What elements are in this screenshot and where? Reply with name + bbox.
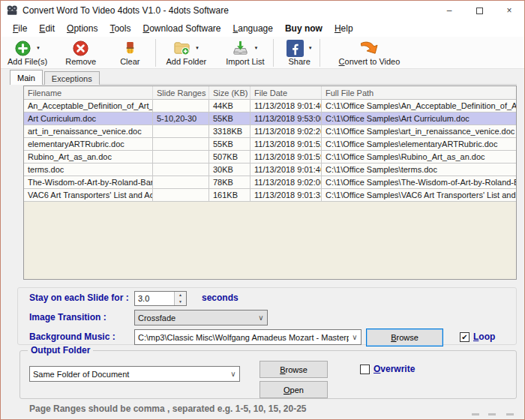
add-files-dropdown-icon[interactable]: ▼ [36,46,40,50]
file-list-panel: Filename Slide Ranges Size (KB) File Dat… [23,86,517,280]
loop-checkbox-row: ✔ Loop [460,332,495,342]
menu-bar: File Edit Options Tools Download Softwar… [1,20,524,37]
column-header-filename[interactable]: Filename [24,86,153,100]
music-browse-button[interactable]: Browse [366,328,443,346]
tab-strip: Main Exceptions [10,70,101,85]
cell-slide-ranges: 5-10,20-30 [153,112,209,125]
table-row[interactable]: art_in_renaissance_venice.doc3318KB11/13… [24,125,516,138]
background-music-combo[interactable]: C:\mp3\Classic Misc\Wolfgang Amadeus Moz… [134,329,362,345]
toolbar-separator [273,39,274,67]
cell-path: C:\1\Office Samples\art_in_renaissance_v… [322,125,516,138]
loop-checkbox[interactable]: ✔ [460,332,470,342]
cell-path: C:\1\Office Samples\Rubino_Art_as_an.doc [322,151,516,164]
convert-to-video-button[interactable]: Convert to Video [335,38,404,68]
menu-download-software[interactable]: Download Software [136,21,226,36]
close-button[interactable]: × [494,1,524,20]
cell-slide-ranges [153,189,209,202]
slide-duration-spinner[interactable]: 3.0 ▲ ▼ [134,291,187,306]
add-folder-icon [173,40,190,57]
chevron-down-icon: ∨ [349,333,361,341]
cell-filename: An_Acceptable_Definition_of_Art_Schol.do… [24,100,153,112]
import-list-dropdown-icon[interactable]: ▼ [254,46,258,50]
remove-icon [72,40,89,57]
clear-brush-icon [122,40,139,57]
cell-size: 161KB [209,189,250,202]
table-body: An_Acceptable_Definition_of_Art_Schol.do… [24,100,516,202]
resize-grip-dash [472,413,479,416]
status-hint: Page Ranges should be comma , separated … [29,404,307,414]
cell-slide-ranges [153,100,209,112]
overwrite-label: Overwrite [374,364,415,374]
table-row[interactable]: terms.doc30KB11/13/2018 9:01:46 AMC:\1\O… [24,164,516,176]
column-header-size[interactable]: Size (KB) [209,86,250,100]
import-list-icon [232,40,249,57]
spin-up-icon[interactable]: ▲ [175,292,186,298]
add-files-button[interactable]: ▼ Add File(s) [4,38,51,68]
menu-edit[interactable]: Edit [33,21,61,36]
menu-options[interactable]: Options [61,21,104,36]
maximize-button[interactable] [464,1,494,20]
menu-help[interactable]: Help [328,21,359,36]
background-music-label: Background Music : [29,332,116,342]
cell-path: C:\1\Office Samples\terms.doc [322,164,516,176]
add-icon [14,40,32,57]
add-folder-button[interactable]: ▼ Add Folder [162,38,210,68]
menu-language[interactable]: Language [227,21,279,36]
maximize-icon [476,8,483,14]
table-row[interactable]: An_Acceptable_Definition_of_Art_Schol.do… [24,100,516,112]
cell-size: 78KB [209,176,250,189]
toolbar-separator [155,39,156,67]
table-row[interactable]: elementaryARTRubric.doc55KB11/13/2018 9:… [24,138,516,151]
window-title: Convert Word To Video 4dots V1.0 - 4dots… [22,5,229,16]
cell-date: 11/13/2018 9:01:59 AM [250,151,322,164]
output-browse-button[interactable]: Browse [260,361,328,378]
cell-size: 3318KB [209,125,250,138]
column-header-full-path[interactable]: Full File Path [322,86,516,100]
table-row[interactable]: VAC6 Art Transporters' List and Advice.d… [24,189,516,202]
tab-exceptions[interactable]: Exceptions [44,71,100,85]
convert-arrow-icon [358,40,380,57]
cell-date: 11/13/2018 9:02:06 AM [250,176,322,189]
slide-duration-value[interactable]: 3.0 [135,292,174,305]
table-row[interactable]: The-Wisdom-of-Art-by-Roland-Barthes.doc7… [24,176,516,189]
spinner-arrows: ▲ ▼ [174,292,186,305]
table-header: Filename Slide Ranges Size (KB) File Dat… [24,86,516,100]
resize-grip-dash [506,413,514,416]
table-row[interactable]: Art Curriculum.doc5-10,20-3055KB11/13/20… [24,112,516,125]
column-header-slide-ranges[interactable]: Slide Ranges [153,86,209,100]
add-folder-dropdown-icon[interactable]: ▼ [195,46,200,50]
cell-size: 55KB [209,112,250,125]
tab-main[interactable]: Main [10,70,43,85]
share-button[interactable]: ▼ Share [283,38,316,68]
table-row[interactable]: Rubino_Art_as_an.doc507KB11/13/2018 9:01… [24,151,516,164]
menu-buy-now[interactable]: Buy now [279,21,328,36]
remove-button[interactable]: Remove [62,38,100,68]
share-dropdown-icon[interactable]: ▼ [308,46,313,50]
column-header-file-date[interactable]: File Date [250,86,322,100]
app-icon [6,4,18,16]
cell-path: C:\1\Office Samples\The-Wisdom-of-Art-by… [322,176,516,189]
menu-file[interactable]: File [7,21,33,36]
cell-size: 55KB [209,138,250,151]
output-folder-select[interactable]: Same Folder of Document ∨ [29,366,240,382]
menu-tools[interactable]: Tools [104,21,136,36]
spin-down-icon[interactable]: ▼ [175,298,186,305]
clear-button[interactable]: Clear [116,38,143,68]
import-list-button[interactable]: ▼ Import List [222,38,268,68]
cell-path: C:\1\Office Samples\An_Acceptable_Defini… [322,100,516,112]
cell-slide-ranges [153,138,209,151]
open-button[interactable]: Open [260,381,328,398]
cell-filename: The-Wisdom-of-Art-by-Roland-Barthes.doc [24,176,153,189]
chevron-down-icon: ∨ [227,370,239,378]
resize-grip-dash [488,413,496,416]
toolbar-separator [320,39,320,67]
cell-filename: terms.doc [24,164,153,176]
overwrite-checkbox[interactable]: ✔ [360,364,370,374]
add-files-label: Add File(s) [8,57,47,66]
minimize-button[interactable]: – [434,1,464,20]
cell-slide-ranges [153,164,209,176]
cell-slide-ranges [153,176,209,189]
convert-to-video-label: Convert to Video [339,57,400,66]
chevron-down-icon: ∨ [255,314,267,322]
image-transition-select[interactable]: Crossfade ∨ [134,310,268,326]
